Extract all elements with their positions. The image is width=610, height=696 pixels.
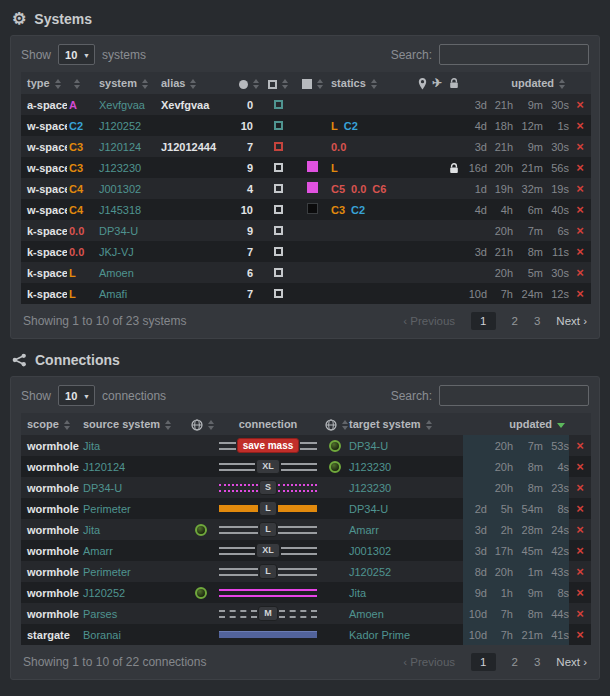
delete-system-button[interactable]: ×: [569, 157, 591, 178]
system-link[interactable]: J145318: [99, 204, 141, 216]
target-system-link[interactable]: Amoen: [349, 608, 384, 620]
delete-connection-button[interactable]: ×: [569, 498, 591, 519]
col-class[interactable]: [67, 72, 97, 94]
status-box-cell[interactable]: [261, 157, 295, 178]
status-box-cell[interactable]: [261, 262, 295, 283]
delete-connection-button[interactable]: ×: [569, 456, 591, 477]
connections-page-length-select[interactable]: 10: [58, 385, 95, 406]
status-fill-cell[interactable]: [295, 157, 329, 178]
system-link[interactable]: J001302: [99, 183, 141, 195]
systems-page-length-select[interactable]: 10: [58, 44, 95, 65]
connections-pagination-page-1[interactable]: 1: [471, 653, 495, 671]
delete-system-button[interactable]: ×: [569, 199, 591, 220]
delete-connection-button[interactable]: ×: [569, 435, 591, 456]
status-box-cell[interactable]: [261, 199, 295, 220]
col-system[interactable]: system: [97, 72, 159, 94]
systems-search-input[interactable]: [439, 44, 589, 65]
source-system-link[interactable]: Perimeter: [83, 503, 131, 515]
target-system-link[interactable]: J001302: [349, 545, 391, 557]
delete-system-button[interactable]: ×: [569, 220, 591, 241]
col-status-fill[interactable]: [295, 72, 329, 94]
source-system-link[interactable]: DP34-U: [83, 482, 122, 494]
status-box-cell[interactable]: [261, 283, 295, 304]
target-system-link[interactable]: J123230: [349, 482, 391, 494]
status-fill-cell[interactable]: [295, 262, 329, 283]
col-location[interactable]: [415, 72, 429, 94]
status-box-cell[interactable]: [261, 115, 295, 136]
source-system-link[interactable]: Jita: [83, 440, 100, 452]
col-target-globe[interactable]: [323, 413, 347, 435]
status-box-cell[interactable]: [261, 136, 295, 157]
systems-pagination-next[interactable]: Next ›: [556, 315, 587, 327]
col-target-system[interactable]: target system: [347, 413, 463, 435]
status-fill-cell[interactable]: [295, 199, 329, 220]
delete-connection-button[interactable]: ×: [569, 519, 591, 540]
delete-connection-button[interactable]: ×: [569, 582, 591, 603]
target-system-link[interactable]: J123230: [349, 461, 391, 473]
connections-pagination-page-3[interactable]: 3: [534, 656, 540, 668]
col-alias[interactable]: alias: [159, 72, 237, 94]
status-fill-cell[interactable]: [295, 178, 329, 199]
system-link[interactable]: Amafi: [99, 288, 127, 300]
delete-connection-button[interactable]: ×: [569, 603, 591, 624]
delete-connection-button[interactable]: ×: [569, 624, 591, 645]
target-system-link[interactable]: Jita: [349, 587, 366, 599]
col-pilot-count[interactable]: [237, 72, 261, 94]
system-link[interactable]: DP34-U: [99, 225, 138, 237]
system-link[interactable]: J120252: [99, 120, 141, 132]
col-type[interactable]: type: [21, 72, 67, 94]
col-locked[interactable]: [445, 72, 463, 94]
col-status-box[interactable]: [261, 72, 295, 94]
target-system-link[interactable]: J120252: [349, 566, 391, 578]
status-fill-cell[interactable]: [295, 220, 329, 241]
delete-system-button[interactable]: ×: [569, 115, 591, 136]
col-source-globe[interactable]: [189, 413, 213, 435]
system-link[interactable]: J123230: [99, 162, 141, 174]
col-conn-updated[interactable]: updated: [463, 413, 569, 435]
connections-pagination-page-2[interactable]: 2: [512, 656, 518, 668]
systems-pagination-page-3[interactable]: 3: [534, 315, 540, 327]
delete-system-button[interactable]: ×: [569, 241, 591, 262]
status-box-cell[interactable]: [261, 178, 295, 199]
source-system-link[interactable]: Boranai: [83, 629, 121, 641]
status-fill-cell[interactable]: [295, 241, 329, 262]
col-source-system[interactable]: source system: [81, 413, 189, 435]
col-scope[interactable]: scope: [21, 413, 81, 435]
system-link[interactable]: J120124: [99, 141, 141, 153]
source-system-link[interactable]: Jita: [83, 524, 100, 536]
status-box-cell[interactable]: [261, 241, 295, 262]
delete-connection-button[interactable]: ×: [569, 561, 591, 582]
delete-system-button[interactable]: ×: [569, 94, 591, 115]
delete-system-button[interactable]: ×: [569, 262, 591, 283]
col-statics[interactable]: statics: [329, 72, 415, 94]
system-link[interactable]: Xevfgvaa: [99, 99, 145, 111]
status-fill-cell[interactable]: [295, 283, 329, 304]
col-updated[interactable]: updated: [463, 72, 569, 94]
source-system-link[interactable]: Perimeter: [83, 566, 131, 578]
delete-system-button[interactable]: ×: [569, 178, 591, 199]
target-system-link[interactable]: Amarr: [349, 524, 379, 536]
systems-pagination-previous[interactable]: ‹ Previous: [403, 315, 455, 327]
delete-system-button[interactable]: ×: [569, 283, 591, 304]
target-system-link[interactable]: DP34-U: [349, 503, 388, 515]
source-system-link[interactable]: J120252: [83, 587, 125, 599]
delete-connection-button[interactable]: ×: [569, 540, 591, 561]
status-box-cell[interactable]: [261, 94, 295, 115]
system-link[interactable]: JKJ-VJ: [99, 246, 134, 258]
target-system-link[interactable]: Kador Prime: [349, 629, 410, 641]
delete-system-button[interactable]: ×: [569, 136, 591, 157]
source-system-link[interactable]: Parses: [83, 608, 117, 620]
source-system-link[interactable]: Amarr: [83, 545, 113, 557]
target-system-link[interactable]: DP34-U: [349, 440, 388, 452]
connections-pagination-next[interactable]: Next ›: [556, 656, 587, 668]
systems-pagination-page-1[interactable]: 1: [471, 312, 495, 330]
status-fill-cell[interactable]: [295, 94, 329, 115]
status-fill-cell[interactable]: [295, 115, 329, 136]
status-fill-cell[interactable]: [295, 136, 329, 157]
source-system-link[interactable]: J120124: [83, 461, 125, 473]
connections-search-input[interactable]: [439, 385, 589, 406]
connections-pagination-previous[interactable]: ‹ Previous: [403, 656, 455, 668]
col-rally[interactable]: ✈: [429, 72, 445, 94]
system-link[interactable]: Amoen: [99, 267, 134, 279]
delete-connection-button[interactable]: ×: [569, 477, 591, 498]
